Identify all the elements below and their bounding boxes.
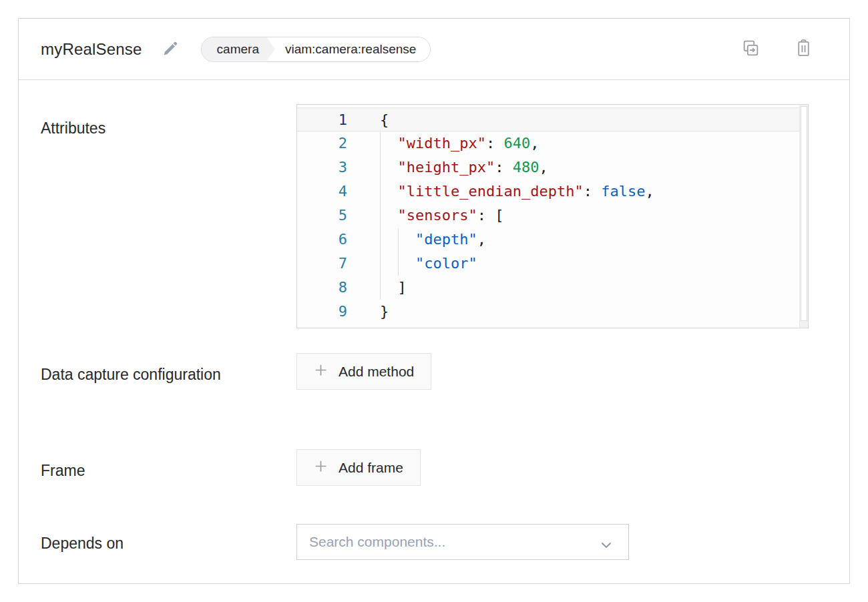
code-text: { — [348, 108, 389, 131]
line-number: 7 — [297, 252, 348, 276]
breadcrumb-type: camera — [202, 37, 275, 61]
editor-scrollbar-thumb[interactable] — [801, 106, 807, 321]
card-body: Attributes 1{2 "width_px": 640,3 "height… — [19, 80, 849, 560]
line-number: 8 — [297, 276, 348, 300]
depends-on-label: Depends on — [41, 524, 296, 557]
depends-on-search-input[interactable] — [296, 524, 629, 560]
code-text: "color" — [348, 252, 477, 276]
code-line: 6 "depth", — [297, 228, 808, 252]
code-lines: 1{2 "width_px": 640,3 "height_px": 480,4… — [297, 107, 808, 324]
plus-icon — [314, 459, 328, 477]
line-number: 5 — [297, 204, 348, 228]
card-header: myRealSense camera viam:camera:realsense — [19, 19, 849, 80]
code-line: 4 "little_endian_depth": false, — [297, 180, 808, 204]
plus-icon — [314, 363, 328, 380]
code-line: 7 "color" — [297, 252, 808, 276]
component-name: myRealSense — [41, 40, 142, 59]
code-text: "height_px": 480, — [348, 156, 548, 180]
editor-scrollbar — [799, 105, 808, 328]
depends-on-section: Depends on — [41, 524, 828, 560]
frame-section: Frame Add frame — [41, 449, 828, 486]
code-text: "width_px": 640, — [348, 131, 539, 156]
line-number: 6 — [297, 228, 348, 252]
code-text: "depth", — [348, 228, 486, 252]
add-method-button[interactable]: Add method — [296, 353, 431, 390]
code-text: ] — [348, 276, 407, 300]
code-line: 9} — [297, 300, 808, 324]
line-number: 3 — [297, 156, 348, 180]
code-line: 5 "sensors": [ — [297, 204, 808, 228]
frame-label: Frame — [41, 449, 296, 484]
breadcrumb-model: viam:camera:realsense — [275, 37, 430, 61]
duplicate-button[interactable] — [742, 39, 760, 59]
line-number: 9 — [297, 300, 348, 324]
code-line: 2 "width_px": 640, — [297, 131, 808, 156]
depends-on-select — [296, 524, 629, 560]
code-line: 8 ] — [297, 276, 808, 300]
add-frame-button[interactable]: Add frame — [296, 449, 421, 486]
line-number: 4 — [297, 180, 348, 204]
code-text: "little_endian_depth": false, — [348, 180, 654, 204]
component-config-card: myRealSense camera viam:camera:realsense — [18, 18, 850, 584]
trash-icon — [795, 39, 812, 59]
attributes-label: Attributes — [41, 104, 296, 141]
code-text: } — [348, 300, 389, 324]
line-number: 1 — [297, 108, 348, 131]
add-method-label: Add method — [339, 364, 414, 380]
code-text: "sensors": [ — [348, 204, 503, 228]
duplicate-icon — [742, 39, 760, 59]
add-frame-label: Add frame — [339, 460, 403, 476]
data-capture-label: Data capture configuration — [41, 353, 296, 388]
component-type-breadcrumb: camera viam:camera:realsense — [201, 37, 431, 62]
attributes-json-editor[interactable]: 1{2 "width_px": 640,3 "height_px": 480,4… — [296, 104, 809, 328]
data-capture-section: Data capture configuration Add method — [41, 353, 828, 390]
pencil-icon — [162, 39, 180, 59]
attributes-section: Attributes 1{2 "width_px": 640,3 "height… — [41, 104, 828, 328]
edit-name-button[interactable] — [162, 39, 180, 59]
code-line: 1{ — [297, 107, 808, 131]
line-number: 2 — [297, 131, 348, 156]
delete-button[interactable] — [795, 39, 812, 59]
header-actions — [742, 39, 812, 59]
code-line: 3 "height_px": 480, — [297, 156, 808, 180]
